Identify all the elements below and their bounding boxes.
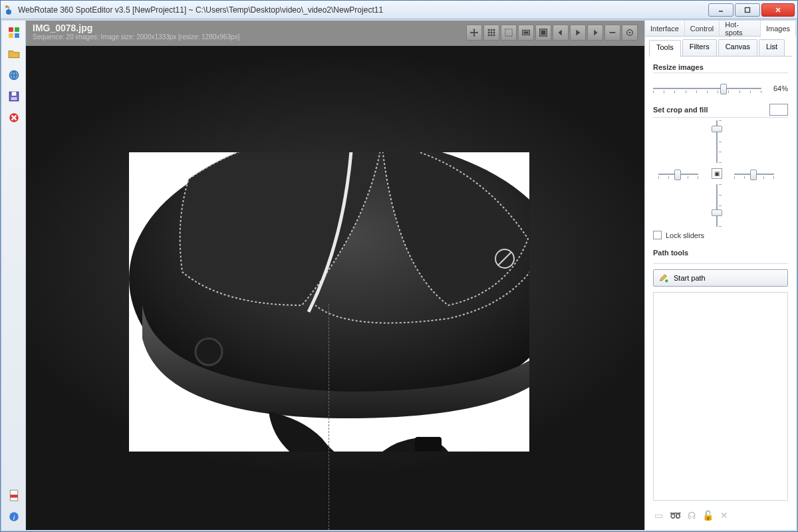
- svg-rect-31: [505, 29, 513, 37]
- svg-rect-27: [493, 32, 495, 34]
- resize-value: 64%: [768, 84, 788, 92]
- resize-slider[interactable]: [653, 82, 761, 94]
- crop-left-slider[interactable]: [658, 168, 698, 180]
- svg-point-45: [665, 279, 668, 282]
- svg-rect-19: [10, 495, 17, 498]
- grid-icon[interactable]: [483, 25, 499, 41]
- main-area: IMG_0078.jpg Sequence: 20 images; Image …: [26, 21, 796, 530]
- fill-color-box[interactable]: [769, 104, 788, 116]
- subtab-tools[interactable]: Tools: [649, 40, 681, 57]
- prev-icon[interactable]: [553, 25, 569, 41]
- minimize-button[interactable]: [708, 3, 733, 17]
- svg-rect-26: [491, 32, 493, 34]
- canvas-area[interactable]: [26, 46, 644, 530]
- svg-rect-35: [541, 31, 546, 35]
- resize-title: Resize images: [653, 63, 788, 71]
- svg-rect-33: [524, 31, 529, 34]
- globe-icon[interactable]: [7, 68, 21, 82]
- sub-tabs: Tools Filters Canvas List: [649, 39, 792, 57]
- target-icon[interactable]: [622, 25, 638, 41]
- window-title: WebRotate 360 SpotEditor v3.5 [NewProjec…: [18, 5, 708, 15]
- svg-rect-29: [491, 35, 493, 37]
- svg-rect-7: [9, 27, 13, 32]
- tab-interface[interactable]: Interface: [645, 21, 685, 36]
- delete-icon[interactable]: [7, 111, 21, 124]
- minus-icon[interactable]: [604, 25, 620, 41]
- svg-rect-22: [488, 29, 490, 31]
- left-toolbar: i: [2, 21, 26, 530]
- product-image: [129, 152, 529, 452]
- tab-control[interactable]: Control: [685, 21, 720, 36]
- maximize-button[interactable]: [735, 3, 760, 17]
- svg-rect-28: [488, 35, 490, 37]
- svg-point-38: [629, 32, 631, 34]
- start-path-label: Start path: [674, 274, 706, 282]
- svg-rect-14: [11, 97, 17, 100]
- svg-rect-1: [8, 6, 9, 9]
- client-area: i IMG_0078.jpg Sequence: 20 images; Imag…: [1, 19, 797, 531]
- subtab-filters[interactable]: Filters: [682, 39, 717, 56]
- path-toolbar: ▭ ➿ ☊ 🔓 ✕: [653, 506, 788, 525]
- crop-top-slider[interactable]: [711, 120, 723, 163]
- fullscreen-icon[interactable]: [535, 25, 551, 41]
- guide-vertical: [329, 304, 329, 530]
- crop-right-slider[interactable]: [734, 168, 774, 180]
- lock-sliders-checkbox[interactable]: [653, 231, 662, 239]
- pencil-icon: [659, 273, 668, 283]
- subtab-canvas[interactable]: Canvas: [718, 39, 757, 56]
- move-tool-icon[interactable]: [466, 25, 482, 41]
- close-button[interactable]: [761, 3, 795, 17]
- svg-rect-24: [493, 29, 495, 31]
- tab-hotspots[interactable]: Hot-spots: [720, 21, 761, 36]
- lock-sliders-label: Lock sliders: [666, 231, 704, 239]
- svg-point-0: [6, 9, 11, 15]
- top-tabs: Interface Control Hot-spots Images: [645, 21, 796, 37]
- path-link-icon[interactable]: ➿: [670, 510, 681, 521]
- svg-rect-30: [493, 35, 495, 37]
- editor-toolbar: [466, 23, 638, 41]
- svg-point-43: [196, 338, 222, 365]
- tab-images[interactable]: Images: [761, 21, 796, 37]
- select-area-icon[interactable]: [501, 25, 517, 41]
- path-rect-icon[interactable]: ▭: [654, 510, 663, 521]
- svg-rect-25: [488, 32, 490, 34]
- path-lock-icon[interactable]: 🔓: [702, 510, 714, 521]
- crop-center-button[interactable]: ▣: [712, 168, 722, 179]
- path-title: Path tools: [653, 249, 788, 257]
- frame-icon[interactable]: [518, 25, 534, 41]
- subtab-list[interactable]: List: [759, 39, 785, 56]
- svg-rect-36: [610, 32, 616, 33]
- folder-icon[interactable]: [7, 47, 21, 61]
- current-filename: IMG_0078.jpg: [33, 23, 239, 33]
- path-unlink-icon[interactable]: ☊: [688, 510, 696, 521]
- svg-rect-44: [415, 437, 442, 452]
- svg-rect-8: [15, 27, 19, 32]
- sequence-info: Sequence: 20 images; Image size: 2000x13…: [33, 33, 239, 42]
- editor-header: IMG_0078.jpg Sequence: 20 images; Image …: [26, 21, 644, 46]
- right-panel: Interface Control Hot-spots Images Tools…: [644, 21, 796, 530]
- window-buttons: [708, 3, 795, 17]
- svg-rect-10: [15, 33, 19, 38]
- svg-rect-13: [11, 92, 16, 96]
- palette-icon[interactable]: [7, 26, 21, 39]
- crop-controls: ▣: [653, 118, 788, 231]
- lock-sliders-row[interactable]: Lock sliders: [653, 231, 788, 239]
- info-icon[interactable]: i: [7, 510, 21, 523]
- save-icon[interactable]: [7, 90, 21, 103]
- titlebar[interactable]: WebRotate 360 SpotEditor v3.5 [NewProjec…: [1, 1, 797, 19]
- svg-point-2: [5, 5, 8, 8]
- crop-title: Set crop and fill: [653, 106, 708, 114]
- path-delete-icon[interactable]: ✕: [720, 510, 728, 521]
- svg-rect-23: [491, 29, 493, 31]
- path-list[interactable]: [653, 292, 788, 501]
- crop-rectangle[interactable]: [129, 152, 529, 452]
- next-icon[interactable]: [587, 25, 603, 41]
- app-icon: [3, 5, 14, 15]
- play-icon[interactable]: [570, 25, 586, 41]
- panel-body: Resize images 64%: [645, 57, 796, 530]
- crop-bottom-slider[interactable]: [711, 184, 723, 227]
- start-path-button[interactable]: Start path: [653, 269, 788, 287]
- svg-rect-9: [9, 33, 13, 38]
- app-window: WebRotate 360 SpotEditor v3.5 [NewProjec…: [0, 0, 798, 532]
- pdf-icon[interactable]: [7, 489, 21, 502]
